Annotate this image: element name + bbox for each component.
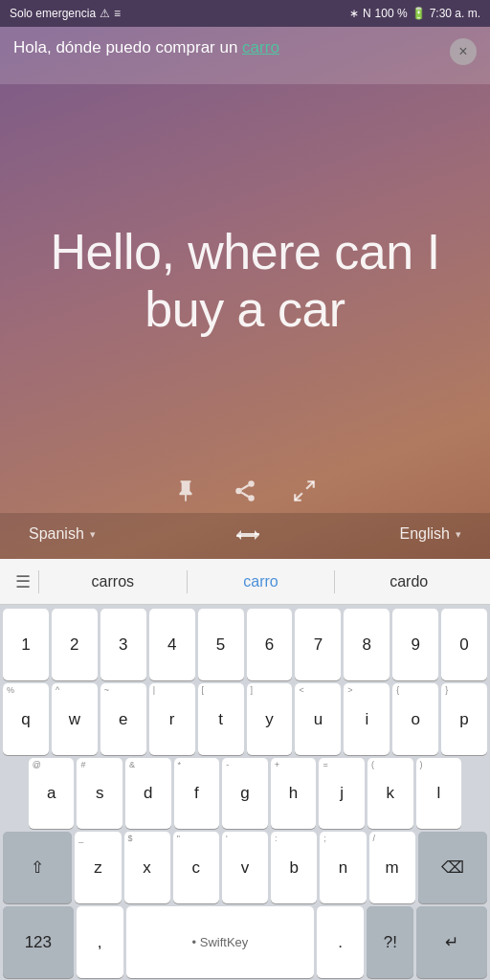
key-l[interactable]: )l — [416, 758, 462, 830]
svg-point-2 — [248, 496, 255, 502]
key-y[interactable]: ]y — [247, 683, 293, 755]
input-text-underlined: carro — [242, 38, 279, 56]
key-del[interactable]: ⌫ — [418, 832, 487, 903]
key-a[interactable]: @a — [29, 758, 75, 830]
bottom-row: 123,• SwiftKey.?!↵ — [3, 906, 487, 978]
share-icon[interactable] — [233, 478, 257, 503]
key-.[interactable]: . — [317, 906, 364, 978]
svg-point-0 — [248, 480, 255, 487]
key-6[interactable]: 6 — [247, 609, 293, 680]
key-s[interactable]: #s — [77, 758, 122, 830]
key-,[interactable]: , — [77, 906, 123, 978]
key-?![interactable]: ?! — [367, 906, 413, 978]
key-k[interactable]: (k — [368, 758, 413, 830]
autocomplete-item-1[interactable]: carro — [188, 566, 335, 598]
key-j[interactable]: =j — [319, 758, 365, 830]
svg-line-6 — [295, 493, 302, 501]
keyboard: 1234567890 %q^w~e|r[t]y<u>i{o}p @a#s&d*f… — [0, 605, 490, 980]
key-enter[interactable]: ↵ — [416, 906, 487, 978]
qwerty-row: %q^w~e|r[t]y<u>i{o}p — [3, 683, 487, 755]
translation-app: Hola, dónde puedo comprar un carro × Hel… — [0, 27, 490, 559]
key-d[interactable]: &d — [125, 758, 171, 830]
autocomplete-item-0[interactable]: carros — [39, 566, 187, 598]
key-v[interactable]: 'v — [222, 832, 268, 903]
emergency-text: Solo emergencia — [10, 7, 96, 20]
key-1[interactable]: 1 — [3, 609, 49, 680]
key-5[interactable]: 5 — [198, 609, 244, 680]
key-3[interactable]: 3 — [100, 609, 146, 680]
key-f[interactable]: *f — [174, 758, 220, 830]
key-b[interactable]: :b — [271, 832, 317, 903]
key-z[interactable]: _z — [75, 832, 121, 903]
bluetooth-icon: ∗ — [349, 7, 359, 20]
key-c[interactable]: "c — [173, 832, 219, 903]
input-row: Hola, dónde puedo comprar un carro × — [0, 27, 490, 84]
key-w[interactable]: ^w — [52, 683, 98, 755]
battery-icon: 🔋 — [412, 7, 426, 20]
language-row: Spanish ▾ English ▾ — [0, 513, 490, 559]
key-space[interactable]: • SwiftKey — [126, 906, 314, 978]
key-7[interactable]: 7 — [295, 609, 341, 680]
key-h[interactable]: +h — [271, 758, 317, 830]
clear-button[interactable]: × — [450, 38, 477, 65]
target-language-arrow: ▾ — [456, 528, 461, 541]
key-i[interactable]: >i — [344, 683, 390, 755]
swap-languages-icon[interactable] — [234, 523, 262, 546]
action-icons — [0, 478, 490, 513]
status-left: Solo emergencia ⚠ ≡ — [10, 7, 121, 20]
key-t[interactable]: [t — [198, 683, 244, 755]
number-row: 1234567890 — [3, 609, 487, 680]
key-9[interactable]: 9 — [392, 609, 438, 680]
keyboard-menu-icon[interactable]: ☰ — [8, 571, 38, 592]
key-m[interactable]: /m — [369, 832, 415, 903]
input-text-before: Hola, dónde puedo comprar un — [13, 38, 242, 56]
nfc-icon: N — [363, 7, 371, 20]
input-text[interactable]: Hola, dónde puedo comprar un carro — [13, 36, 442, 59]
autocomplete-row: ☰ carros carro cardo — [0, 559, 490, 605]
pin-icon[interactable] — [173, 478, 198, 503]
time-text: 7:30 a. m. — [430, 7, 480, 20]
key-x[interactable]: $x — [124, 832, 170, 903]
keyboard-area: ☰ carros carro cardo 1234567890 %q^w~e|r… — [0, 559, 490, 980]
signal-icon: ≡ — [114, 7, 121, 20]
key-2[interactable]: 2 — [52, 609, 98, 680]
expand-icon[interactable] — [292, 479, 317, 503]
warning-icon: ⚠ — [100, 7, 110, 20]
svg-line-4 — [241, 485, 248, 489]
battery-text: 100 % — [375, 7, 408, 20]
translation-output: Hello, where can I buy a car — [0, 84, 490, 478]
key-n[interactable]: ;n — [320, 832, 366, 903]
target-language-label: English — [400, 525, 450, 543]
key-q[interactable]: %q — [3, 683, 49, 755]
key-g[interactable]: -g — [222, 758, 268, 830]
translated-text: Hello, where can I buy a car — [23, 224, 467, 339]
source-language-selector[interactable]: Spanish ▾ — [29, 525, 96, 543]
key-e[interactable]: ~e — [100, 683, 146, 755]
source-language-arrow: ▾ — [90, 528, 96, 541]
key-p[interactable]: }p — [441, 683, 487, 755]
asdf-row: @a#s&d*f-g+h=j(k)l — [3, 758, 487, 830]
key-4[interactable]: 4 — [149, 609, 195, 680]
status-right: ∗ N 100 % 🔋 7:30 a. m. — [349, 7, 480, 20]
key-123[interactable]: 123 — [3, 906, 74, 978]
autocomplete-item-2[interactable]: cardo — [335, 566, 482, 598]
svg-line-5 — [306, 481, 314, 489]
key-u[interactable]: <u — [295, 683, 341, 755]
svg-line-3 — [241, 493, 248, 497]
key-r[interactable]: |r — [149, 683, 195, 755]
source-language-label: Spanish — [29, 525, 84, 543]
target-language-selector[interactable]: English ▾ — [400, 525, 461, 543]
svg-point-1 — [235, 488, 242, 495]
key-8[interactable]: 8 — [344, 609, 390, 680]
key-shift[interactable]: ⇧ — [3, 832, 72, 903]
zxcv-row: ⇧_z$x"c'v:b;n/m⌫ — [3, 832, 487, 903]
key-o[interactable]: {o — [392, 683, 438, 755]
status-bar: Solo emergencia ⚠ ≡ ∗ N 100 % 🔋 7:30 a. … — [0, 0, 490, 27]
key-0[interactable]: 0 — [441, 609, 487, 680]
